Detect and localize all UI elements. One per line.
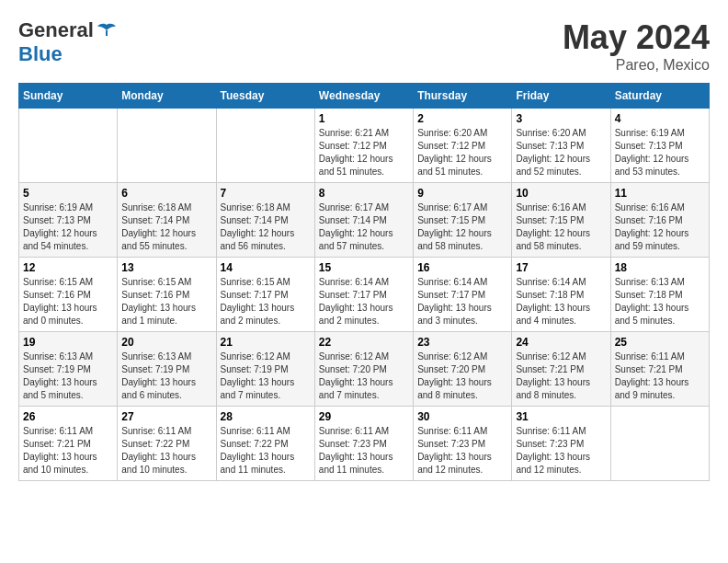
day-number: 11	[615, 187, 705, 200]
day-info: Sunrise: 6:16 AM Sunset: 7:15 PM Dayligh…	[516, 201, 606, 253]
day-number: 25	[615, 336, 705, 349]
calendar-cell: 13Sunrise: 6:15 AM Sunset: 7:16 PM Dayli…	[118, 258, 216, 332]
calendar-cell: 18Sunrise: 6:13 AM Sunset: 7:18 PM Dayli…	[610, 258, 709, 332]
calendar-cell: 22Sunrise: 6:12 AM Sunset: 7:20 PM Dayli…	[314, 332, 413, 407]
page-header: General Blue May 2024 Pareo, Mexico	[18, 18, 710, 74]
day-info: Sunrise: 6:13 AM Sunset: 7:19 PM Dayligh…	[23, 350, 113, 402]
calendar-week-3: 12Sunrise: 6:15 AM Sunset: 7:16 PM Dayli…	[19, 258, 710, 332]
calendar-cell: 14Sunrise: 6:15 AM Sunset: 7:17 PM Dayli…	[216, 258, 314, 332]
day-number: 10	[516, 187, 606, 200]
day-info: Sunrise: 6:17 AM Sunset: 7:15 PM Dayligh…	[417, 201, 507, 253]
day-number: 31	[516, 410, 606, 423]
calendar-cell: 29Sunrise: 6:11 AM Sunset: 7:23 PM Dayli…	[314, 407, 413, 481]
weekday-header-saturday: Saturday	[610, 84, 709, 109]
day-info: Sunrise: 6:21 AM Sunset: 7:12 PM Dayligh…	[319, 127, 409, 178]
day-info: Sunrise: 6:18 AM Sunset: 7:14 PM Dayligh…	[221, 201, 311, 253]
calendar-week-1: 1Sunrise: 6:21 AM Sunset: 7:12 PM Daylig…	[19, 109, 710, 183]
calendar-cell: 21Sunrise: 6:12 AM Sunset: 7:19 PM Dayli…	[216, 332, 314, 407]
day-info: Sunrise: 6:14 AM Sunset: 7:17 PM Dayligh…	[319, 276, 409, 327]
day-info: Sunrise: 6:19 AM Sunset: 7:13 PM Dayligh…	[23, 201, 113, 253]
logo-bird-icon	[96, 23, 118, 38]
calendar-cell: 6Sunrise: 6:18 AM Sunset: 7:14 PM Daylig…	[118, 183, 216, 258]
day-number: 20	[121, 336, 211, 349]
day-info: Sunrise: 6:14 AM Sunset: 7:17 PM Dayligh…	[417, 276, 507, 327]
logo-general-text: General	[18, 18, 94, 42]
day-info: Sunrise: 6:12 AM Sunset: 7:20 PM Dayligh…	[319, 350, 409, 402]
calendar-week-4: 19Sunrise: 6:13 AM Sunset: 7:19 PM Dayli…	[19, 332, 710, 407]
calendar-cell: 4Sunrise: 6:19 AM Sunset: 7:13 PM Daylig…	[610, 109, 709, 183]
calendar-cell: 1Sunrise: 6:21 AM Sunset: 7:12 PM Daylig…	[314, 109, 413, 183]
day-info: Sunrise: 6:11 AM Sunset: 7:22 PM Dayligh…	[221, 425, 311, 477]
calendar-cell: 10Sunrise: 6:16 AM Sunset: 7:15 PM Dayli…	[512, 183, 610, 258]
day-number: 17	[516, 261, 606, 274]
day-number: 15	[319, 261, 409, 274]
calendar-cell: 26Sunrise: 6:11 AM Sunset: 7:21 PM Dayli…	[19, 407, 118, 481]
calendar-cell: 28Sunrise: 6:11 AM Sunset: 7:22 PM Dayli…	[216, 407, 314, 481]
day-info: Sunrise: 6:11 AM Sunset: 7:23 PM Dayligh…	[516, 425, 606, 477]
day-info: Sunrise: 6:11 AM Sunset: 7:23 PM Dayligh…	[319, 425, 409, 477]
weekday-header-sunday: Sunday	[19, 84, 118, 109]
day-number: 16	[417, 261, 507, 274]
calendar-cell	[19, 109, 118, 183]
logo-blue-text: Blue	[18, 42, 63, 65]
day-number: 9	[417, 187, 507, 200]
day-number: 12	[23, 261, 113, 274]
day-info: Sunrise: 6:11 AM Sunset: 7:21 PM Dayligh…	[615, 350, 705, 402]
day-info: Sunrise: 6:11 AM Sunset: 7:23 PM Dayligh…	[417, 425, 507, 477]
day-info: Sunrise: 6:11 AM Sunset: 7:21 PM Dayligh…	[23, 425, 113, 477]
day-info: Sunrise: 6:15 AM Sunset: 7:16 PM Dayligh…	[121, 276, 211, 327]
calendar-cell: 9Sunrise: 6:17 AM Sunset: 7:15 PM Daylig…	[414, 183, 512, 258]
weekday-header-friday: Friday	[512, 84, 610, 109]
day-info: Sunrise: 6:17 AM Sunset: 7:14 PM Dayligh…	[319, 201, 409, 253]
calendar-cell: 7Sunrise: 6:18 AM Sunset: 7:14 PM Daylig…	[216, 183, 314, 258]
day-info: Sunrise: 6:19 AM Sunset: 7:13 PM Dayligh…	[615, 127, 705, 178]
day-number: 5	[23, 187, 113, 200]
day-info: Sunrise: 6:12 AM Sunset: 7:20 PM Dayligh…	[417, 350, 507, 402]
day-info: Sunrise: 6:20 AM Sunset: 7:12 PM Dayligh…	[417, 127, 507, 178]
day-number: 1	[319, 112, 409, 125]
calendar-cell: 3Sunrise: 6:20 AM Sunset: 7:13 PM Daylig…	[512, 109, 610, 183]
day-number: 18	[615, 261, 705, 274]
weekday-header-monday: Monday	[118, 84, 216, 109]
calendar-cell: 25Sunrise: 6:11 AM Sunset: 7:21 PM Dayli…	[610, 332, 709, 407]
day-number: 8	[319, 187, 409, 200]
calendar-cell: 16Sunrise: 6:14 AM Sunset: 7:17 PM Dayli…	[414, 258, 512, 332]
day-info: Sunrise: 6:15 AM Sunset: 7:17 PM Dayligh…	[221, 276, 311, 327]
calendar-cell: 23Sunrise: 6:12 AM Sunset: 7:20 PM Dayli…	[414, 332, 512, 407]
location: Pareo, Mexico	[563, 57, 710, 74]
day-number: 19	[23, 336, 113, 349]
day-info: Sunrise: 6:12 AM Sunset: 7:21 PM Dayligh…	[516, 350, 606, 402]
calendar-cell: 20Sunrise: 6:13 AM Sunset: 7:19 PM Dayli…	[118, 332, 216, 407]
day-info: Sunrise: 6:20 AM Sunset: 7:13 PM Dayligh…	[516, 127, 606, 178]
day-number: 13	[121, 261, 211, 274]
calendar-cell: 11Sunrise: 6:16 AM Sunset: 7:16 PM Dayli…	[610, 183, 709, 258]
day-number: 26	[23, 410, 113, 423]
calendar-cell: 19Sunrise: 6:13 AM Sunset: 7:19 PM Dayli…	[19, 332, 118, 407]
calendar-cell: 31Sunrise: 6:11 AM Sunset: 7:23 PM Dayli…	[512, 407, 610, 481]
month-title: May 2024	[563, 18, 710, 57]
weekday-header-tuesday: Tuesday	[216, 84, 314, 109]
day-info: Sunrise: 6:14 AM Sunset: 7:18 PM Dayligh…	[516, 276, 606, 327]
calendar-cell: 8Sunrise: 6:17 AM Sunset: 7:14 PM Daylig…	[314, 183, 413, 258]
calendar-week-2: 5Sunrise: 6:19 AM Sunset: 7:13 PM Daylig…	[19, 183, 710, 258]
calendar-cell: 24Sunrise: 6:12 AM Sunset: 7:21 PM Dayli…	[512, 332, 610, 407]
day-info: Sunrise: 6:13 AM Sunset: 7:18 PM Dayligh…	[615, 276, 705, 327]
day-info: Sunrise: 6:12 AM Sunset: 7:19 PM Dayligh…	[221, 350, 311, 402]
day-number: 22	[319, 336, 409, 349]
weekday-header-thursday: Thursday	[414, 84, 512, 109]
calendar-cell: 17Sunrise: 6:14 AM Sunset: 7:18 PM Dayli…	[512, 258, 610, 332]
day-number: 14	[221, 261, 311, 274]
day-number: 2	[417, 112, 507, 125]
calendar-table: SundayMondayTuesdayWednesdayThursdayFrid…	[18, 83, 710, 481]
day-number: 7	[221, 187, 311, 200]
day-number: 27	[121, 410, 211, 423]
calendar-cell	[118, 109, 216, 183]
calendar-cell: 30Sunrise: 6:11 AM Sunset: 7:23 PM Dayli…	[414, 407, 512, 481]
day-number: 3	[516, 112, 606, 125]
day-info: Sunrise: 6:18 AM Sunset: 7:14 PM Dayligh…	[121, 201, 211, 253]
calendar-week-5: 26Sunrise: 6:11 AM Sunset: 7:21 PM Dayli…	[19, 407, 710, 481]
day-info: Sunrise: 6:15 AM Sunset: 7:16 PM Dayligh…	[23, 276, 113, 327]
day-info: Sunrise: 6:13 AM Sunset: 7:19 PM Dayligh…	[121, 350, 211, 402]
calendar-header-row: SundayMondayTuesdayWednesdayThursdayFrid…	[19, 84, 710, 109]
day-number: 4	[615, 112, 705, 125]
